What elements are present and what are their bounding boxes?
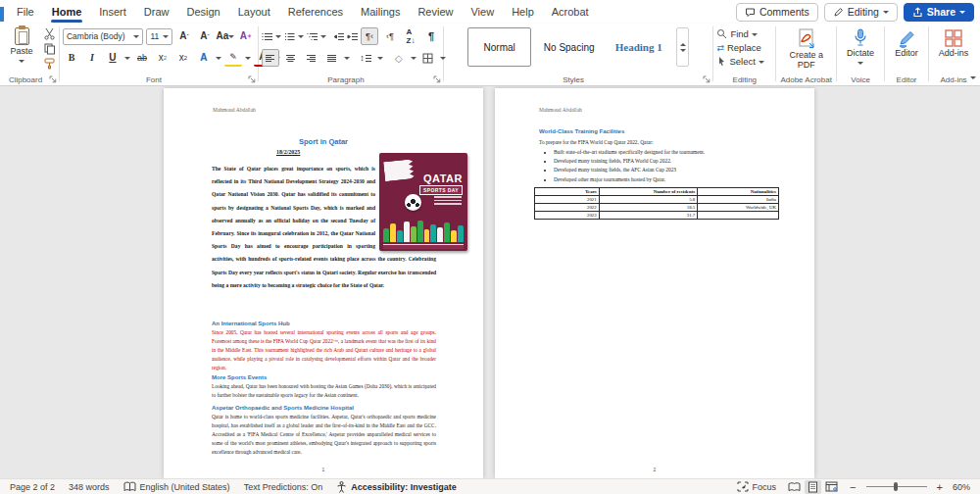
residents-table[interactable]: Years Number of residents Nationalities … <box>534 187 779 220</box>
font-dialog-launcher[interactable] <box>248 75 256 83</box>
zoom-percentage[interactable]: 60% <box>953 482 970 492</box>
strikethrough-button[interactable]: ab <box>133 49 151 67</box>
paragraph-dialog-launcher[interactable] <box>433 75 441 83</box>
document-date[interactable]: 18/2/2025 <box>276 149 300 155</box>
style-no-spacing[interactable]: No Spacing <box>537 27 601 67</box>
text-effects-button[interactable]: A <box>195 49 213 67</box>
zoom-slider-thumb[interactable] <box>894 482 898 491</box>
clear-formatting-button[interactable]: A✦ <box>237 27 255 45</box>
underline-button[interactable]: U <box>104 49 122 67</box>
addins-button[interactable]: Add-ins <box>931 27 976 58</box>
decrease-indent-icon[interactable] <box>333 32 344 41</box>
section-heading[interactable]: Aspetar Orthopaedic and Sports Medicine … <box>212 405 436 411</box>
bullet-list[interactable]: Built state-of-the-art stadiums specific… <box>554 149 771 185</box>
increase-indent-icon[interactable] <box>347 32 358 41</box>
shading-button[interactable]: ◇ <box>390 49 408 67</box>
accessibility-checker[interactable]: Accessibility: Investigate <box>336 481 457 493</box>
comments-button[interactable]: Comments <box>736 3 818 22</box>
word-count[interactable]: 348 words <box>69 482 110 492</box>
page-header-author: Mahmoud Abdallah <box>213 107 256 113</box>
tab-file[interactable]: File <box>8 0 43 24</box>
focus-mode-button[interactable]: Focus <box>737 481 777 492</box>
zoom-slider[interactable] <box>866 486 927 487</box>
highlight-color-button[interactable]: ✎ <box>224 49 242 67</box>
section-heading[interactable]: An International Sports Hub <box>212 321 436 326</box>
tab-review[interactable]: Review <box>409 0 462 24</box>
tab-references[interactable]: References <box>279 0 352 24</box>
document-canvas: Mahmoud Abdallah Sport in Qatar 18/2/202… <box>0 86 980 478</box>
cut-icon[interactable] <box>43 27 56 40</box>
document-title[interactable]: Sport in Qatar <box>164 137 483 146</box>
intro-line[interactable]: To prepare for the FIFA World Cup Qatar … <box>539 138 763 147</box>
editor-button[interactable]: Editor <box>884 27 929 58</box>
zoom-out-button[interactable]: − <box>850 481 856 493</box>
borders-button[interactable] <box>419 49 437 67</box>
zoom-in-button[interactable]: + <box>937 481 943 493</box>
align-right-button[interactable] <box>303 49 320 67</box>
change-case-button[interactable]: Aa <box>217 27 234 45</box>
collapse-ribbon-button[interactable] <box>970 76 976 82</box>
section-heading[interactable]: World-Class Training Facilities <box>539 128 763 134</box>
tab-mailings[interactable]: Mailings <box>352 0 409 24</box>
format-painter-icon[interactable] <box>43 57 56 70</box>
section-paragraph[interactable]: Looking ahead, Qatar has been honoured w… <box>212 382 436 400</box>
clipboard-dialog-launcher[interactable] <box>49 75 57 83</box>
tab-acrobat[interactable]: Acrobat <box>543 0 598 24</box>
section-paragraph[interactable]: Qatar is home to world-class sports medi… <box>212 413 436 457</box>
print-layout-view-button[interactable] <box>805 480 821 494</box>
tab-home[interactable]: Home <box>43 0 91 24</box>
voice-group: Dictate Voice <box>837 24 884 85</box>
ltr-text-direction-button[interactable]: ¶‹ <box>361 27 378 45</box>
page-indicator[interactable]: Page 2 of 2 <box>10 482 55 492</box>
tab-insert[interactable]: Insert <box>90 0 135 24</box>
styles-gallery-scroll[interactable] <box>676 27 689 67</box>
section-paragraph[interactable]: Since 2005, Qatar has hosted several int… <box>212 328 436 372</box>
tab-view[interactable]: View <box>462 0 503 24</box>
justify-button[interactable] <box>323 49 341 67</box>
editing-mode-button[interactable]: Editing <box>824 3 898 22</box>
bullet-list-icon[interactable] <box>262 32 272 41</box>
tab-draw[interactable]: Draw <box>135 0 178 24</box>
dictate-button[interactable]: Dictate <box>838 27 883 68</box>
style-heading-1[interactable]: Heading 1 <box>607 27 670 67</box>
numbered-list-icon[interactable] <box>284 32 295 41</box>
document-page-2[interactable]: Mahmoud Abdallah World-Class Training Fa… <box>495 88 814 478</box>
bold-button[interactable]: B <box>63 49 80 67</box>
subscript-button[interactable]: x2 <box>154 49 172 67</box>
qatar-sports-day-poster[interactable]: QATAR SPORTS DAY <box>379 153 467 251</box>
section-heading[interactable]: More Sports Events <box>212 374 436 380</box>
italic-button[interactable]: I <box>83 49 101 67</box>
share-button[interactable]: Share <box>904 3 974 22</box>
find-button[interactable]: Find <box>716 27 772 40</box>
line-spacing-button[interactable]: ↕ <box>357 49 374 67</box>
select-button[interactable]: Select <box>716 55 772 68</box>
language-indicator[interactable]: English (United States) <box>123 481 230 492</box>
align-center-button[interactable] <box>282 49 300 67</box>
multilevel-list-icon[interactable] <box>307 32 318 41</box>
tab-layout[interactable]: Layout <box>229 0 279 24</box>
ribbon-tabs: File Home Insert Draw Design Layout Refe… <box>8 0 598 24</box>
create-pdf-button[interactable]: Create a PDF <box>784 27 829 71</box>
tab-design[interactable]: Design <box>177 0 228 24</box>
read-mode-view-button[interactable] <box>786 480 803 494</box>
sort-button[interactable]: AZ↓ <box>402 27 419 45</box>
text-predictions-indicator[interactable]: Text Predictions: On <box>244 482 323 492</box>
style-normal[interactable]: Normal <box>467 27 531 67</box>
font-size-select[interactable]: 11 <box>146 28 172 45</box>
shrink-font-button[interactable]: Aˇ <box>196 27 214 45</box>
grow-font-button[interactable]: Aˆ <box>175 27 193 45</box>
superscript-button[interactable]: x2 <box>174 49 192 67</box>
replace-button[interactable]: ⇄ Replace <box>716 41 772 54</box>
web-layout-view-button[interactable] <box>823 480 840 494</box>
document-page-1[interactable]: Mahmoud Abdallah Sport in Qatar 18/2/202… <box>164 88 483 478</box>
show-hide-paragraph-button[interactable]: ¶ <box>422 27 440 45</box>
tab-help[interactable]: Help <box>503 0 543 24</box>
styles-dialog-launcher[interactable] <box>703 75 710 83</box>
adobe-acrobat-group: Create a PDF Adobe Acrobat <box>776 24 836 85</box>
paste-button[interactable]: Paste <box>5 27 38 66</box>
copy-icon[interactable] <box>43 42 56 55</box>
align-left-button[interactable] <box>262 49 279 67</box>
ribbon: Paste Clipboard Cambria (Body) 11 <box>0 24 980 86</box>
font-name-select[interactable]: Cambria (Body) <box>63 28 143 45</box>
rtl-text-direction-button[interactable]: ‹¶ <box>381 27 399 45</box>
